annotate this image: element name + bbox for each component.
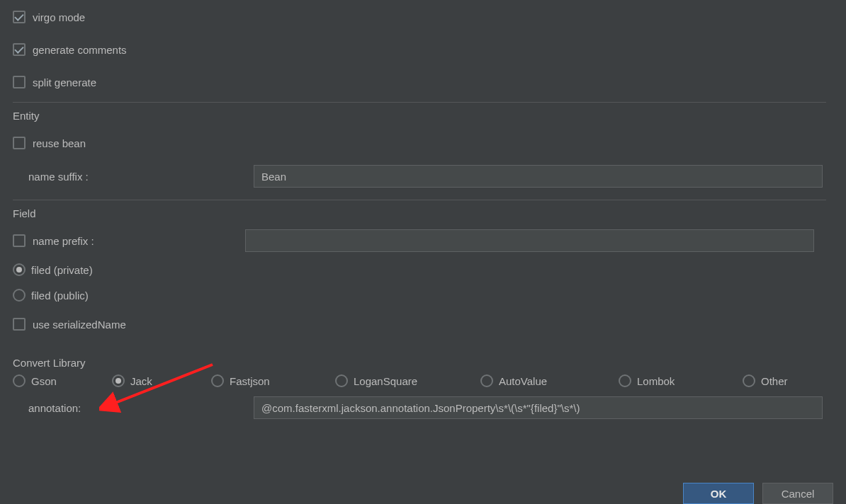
convert-library-title: Convert Library	[13, 357, 833, 369]
annotation-input[interactable]	[254, 396, 823, 419]
field-public-row: filed (public)	[13, 283, 833, 307]
reuse-bean-checkbox[interactable]	[13, 137, 26, 149]
lib-fastjson-radio[interactable]	[211, 374, 224, 387]
lib-other-label: Other	[761, 375, 788, 387]
name-suffix-label: name suffix :	[13, 171, 254, 183]
lib-lombok-label: Lombok	[637, 375, 675, 387]
ok-button[interactable]: OK	[683, 483, 754, 504]
name-prefix-row: name prefix :	[13, 225, 833, 256]
lib-autovalue-option[interactable]: AutoValue	[480, 374, 619, 387]
field-public-label[interactable]: filed (public)	[31, 290, 89, 302]
lib-gson-option[interactable]: Gson	[13, 374, 112, 387]
dialog-button-bar: OK Cancel	[683, 483, 833, 504]
entity-section-title: Entity	[13, 110, 833, 122]
generate-comments-checkbox[interactable]	[13, 43, 26, 56]
lib-gson-radio[interactable]	[13, 374, 26, 387]
lib-jack-label: Jack	[130, 375, 152, 387]
field-private-label[interactable]: filed (private)	[31, 264, 93, 276]
convert-library-options: Gson Jack Fastjson LoganSquare AutoValue…	[13, 374, 833, 387]
split-generate-label[interactable]: split generate	[33, 76, 96, 88]
virgo-mode-label[interactable]: virgo mode	[33, 11, 85, 23]
lib-autovalue-label: AutoValue	[499, 375, 547, 387]
use-serialized-name-label[interactable]: use serializedName	[33, 319, 126, 331]
virgo-mode-checkbox[interactable]	[13, 11, 26, 23]
lib-fastjson-option[interactable]: Fastjson	[211, 374, 335, 387]
lib-logansquare-label: LoganSquare	[354, 375, 417, 387]
lib-logansquare-radio[interactable]	[335, 374, 348, 387]
lib-jack-option[interactable]: Jack	[112, 374, 211, 387]
lib-lombok-option[interactable]: Lombok	[619, 374, 743, 387]
field-public-radio[interactable]	[13, 289, 26, 302]
name-prefix-checkbox[interactable]	[13, 234, 26, 247]
lib-gson-label: Gson	[31, 375, 57, 387]
field-private-radio[interactable]	[13, 263, 26, 276]
lib-lombok-radio[interactable]	[619, 374, 631, 387]
lib-jack-radio[interactable]	[112, 374, 125, 387]
divider	[13, 102, 826, 103]
generate-comments-row: generate comments	[13, 34, 833, 65]
cancel-button[interactable]: Cancel	[762, 483, 833, 504]
name-prefix-input[interactable]	[245, 229, 814, 252]
lib-fastjson-label: Fastjson	[230, 375, 270, 387]
generate-comments-label[interactable]: generate comments	[33, 44, 127, 56]
use-serialized-name-row: use serializedName	[13, 309, 833, 340]
field-private-row: filed (private)	[13, 258, 833, 282]
lib-other-option[interactable]: Other	[743, 374, 788, 387]
lib-other-radio[interactable]	[743, 374, 755, 387]
field-section-title: Field	[13, 207, 833, 219]
split-generate-row: split generate	[13, 67, 833, 98]
lib-logansquare-option[interactable]: LoganSquare	[335, 374, 480, 387]
virgo-mode-row: virgo mode	[13, 1, 833, 33]
name-suffix-input[interactable]	[254, 165, 823, 188]
annotation-label: annotation:	[13, 402, 254, 414]
reuse-bean-row: reuse bean	[13, 127, 833, 159]
name-prefix-label[interactable]: name prefix :	[33, 235, 245, 247]
lib-autovalue-radio[interactable]	[480, 374, 493, 387]
use-serialized-name-checkbox[interactable]	[13, 318, 26, 331]
divider	[13, 200, 826, 200]
reuse-bean-label[interactable]: reuse bean	[33, 137, 86, 149]
split-generate-checkbox[interactable]	[13, 76, 26, 88]
